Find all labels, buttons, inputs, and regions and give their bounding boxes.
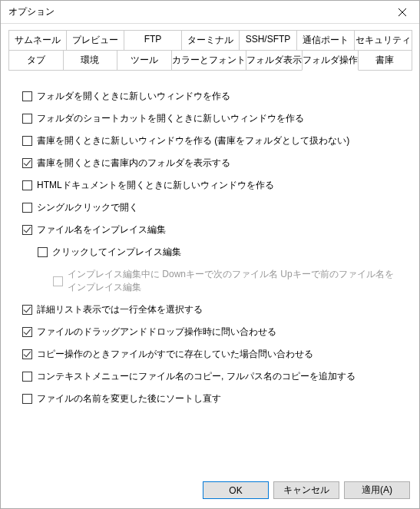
checkbox-label: クリックしてインプレイス編集 xyxy=(52,246,181,259)
options-panel: フォルダを開くときに新しいウィンドウを作るフォルダのショートカットを開くときに新… xyxy=(1,71,419,474)
option-row[interactable]: フォルダのショートカットを開くときに新しいウィンドウを作る xyxy=(22,112,398,125)
tab-container: サムネールプレビューFTPターミナルSSH/SFTP通信ポートセキュリティ タブ… xyxy=(1,24,419,71)
checkbox xyxy=(53,276,63,286)
checkbox[interactable] xyxy=(22,305,32,315)
option-row[interactable]: HTMLドキュメントを開くときに新しいウィンドウを作る xyxy=(22,179,398,192)
tab-row-2: タブ環境ツールカラーとフォントフォルダ表示フォルダ操作書庫 xyxy=(8,50,412,71)
checkbox-label: コンテキストメニューにファイル名のコピー, フルパス名のコピーを追加する xyxy=(37,370,356,383)
checkbox-label: ファイル名をインプレイス編集 xyxy=(37,223,166,236)
tab-ツール[interactable]: ツール xyxy=(117,50,172,71)
tab-ターミナル[interactable]: ターミナル xyxy=(181,30,240,50)
ok-button[interactable]: OK xyxy=(203,481,269,499)
checkbox-label: シングルクリックで開く xyxy=(37,201,138,214)
tab-セキュリティ[interactable]: セキュリティ xyxy=(354,30,412,50)
tab-プレビュー[interactable]: プレビュー xyxy=(66,30,124,50)
apply-button[interactable]: 適用(A) xyxy=(344,481,410,499)
checkbox[interactable] xyxy=(22,91,32,101)
option-row[interactable]: 詳細リスト表示では一行全体を選択する xyxy=(22,303,398,316)
checkbox[interactable] xyxy=(22,394,32,404)
checkbox-label: ファイルのドラッグアンドドロップ操作時に問い合わせる xyxy=(37,326,276,339)
checkbox[interactable] xyxy=(22,203,32,213)
checkbox[interactable] xyxy=(38,247,48,257)
tab-フォルダ操作[interactable]: フォルダ操作 xyxy=(302,50,359,71)
tab-row-1: サムネールプレビューFTPターミナルSSH/SFTP通信ポートセキュリティ xyxy=(8,30,412,50)
tab-FTP[interactable]: FTP xyxy=(124,30,182,50)
checkbox[interactable] xyxy=(22,372,32,382)
checkbox-label: コピー操作のときファイルがすでに存在していた場合問い合わせる xyxy=(37,348,313,361)
option-row[interactable]: ファイルのドラッグアンドドロップ操作時に問い合わせる xyxy=(22,326,398,339)
checkbox-label: HTMLドキュメントを開くときに新しいウィンドウを作る xyxy=(37,179,274,192)
option-row[interactable]: 書庫を開くときに新しいウィンドウを作る (書庫をフォルダとして扱わない) xyxy=(22,134,398,147)
tab-タブ[interactable]: タブ xyxy=(8,50,64,71)
checkbox-label: 書庫を開くときに新しいウィンドウを作る (書庫をフォルダとして扱わない) xyxy=(37,134,349,147)
option-row[interactable]: ファイルの名前を変更した後にソートし直す xyxy=(22,392,398,405)
option-row[interactable]: シングルクリックで開く xyxy=(22,201,398,214)
tab-サムネール[interactable]: サムネール xyxy=(8,30,67,50)
tab-カラーとフォント[interactable]: カラーとフォント xyxy=(171,50,246,71)
checkbox[interactable] xyxy=(22,327,32,337)
option-row[interactable]: 書庫を開くときに書庫内のフォルダを表示する xyxy=(22,157,398,170)
tab-フォルダ表示[interactable]: フォルダ表示 xyxy=(246,50,303,71)
button-bar: OK キャンセル 適用(A) xyxy=(1,474,419,508)
option-row[interactable]: フォルダを開くときに新しいウィンドウを作る xyxy=(22,90,398,103)
option-row[interactable]: コンテキストメニューにファイル名のコピー, フルパス名のコピーを追加する xyxy=(22,370,398,383)
checkbox-label: 書庫を開くときに書庫内のフォルダを表示する xyxy=(37,157,230,170)
option-row: インプレイス編集中に Downキーで次のファイル名 Upキーで前のファイル名をイ… xyxy=(53,268,398,294)
checkbox-label: フォルダを開くときに新しいウィンドウを作る xyxy=(37,90,230,103)
tab-環境[interactable]: 環境 xyxy=(63,50,118,71)
checkbox[interactable] xyxy=(22,114,32,124)
option-row[interactable]: コピー操作のときファイルがすでに存在していた場合問い合わせる xyxy=(22,348,398,361)
checkbox-label: フォルダのショートカットを開くときに新しいウィンドウを作る xyxy=(37,112,304,125)
checkbox-label: ファイルの名前を変更した後にソートし直す xyxy=(37,392,221,405)
checkbox[interactable] xyxy=(22,180,32,190)
option-row[interactable]: ファイル名をインプレイス編集 xyxy=(22,223,398,236)
checkbox[interactable] xyxy=(22,158,32,168)
tab-SSH/SFTP[interactable]: SSH/SFTP xyxy=(239,30,297,50)
tab-書庫[interactable]: 書庫 xyxy=(358,50,413,71)
close-icon xyxy=(399,8,406,16)
option-row[interactable]: クリックしてインプレイス編集 xyxy=(38,246,398,259)
checkbox[interactable] xyxy=(22,136,32,146)
window-title: オプション xyxy=(8,5,55,18)
cancel-button[interactable]: キャンセル xyxy=(273,481,339,499)
checkbox[interactable] xyxy=(22,349,32,359)
checkbox[interactable] xyxy=(22,225,32,235)
checkbox-label: 詳細リスト表示では一行全体を選択する xyxy=(37,303,203,316)
checkbox-label: インプレイス編集中に Downキーで次のファイル名 Upキーで前のファイル名をイ… xyxy=(68,268,398,294)
titlebar: オプション xyxy=(1,1,419,24)
close-button[interactable] xyxy=(385,1,419,23)
tab-通信ポート[interactable]: 通信ポート xyxy=(296,30,355,50)
